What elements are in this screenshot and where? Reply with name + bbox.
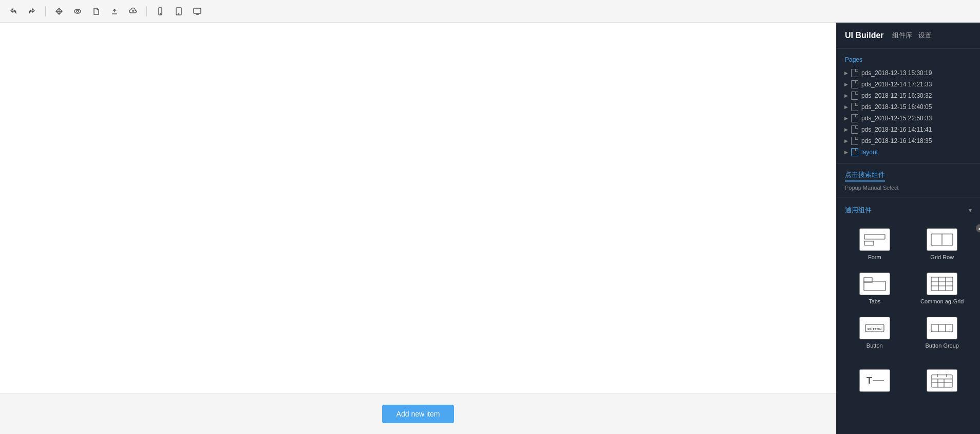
move-icon[interactable] (52, 4, 66, 19)
search-section: 点击搜索组件 Popup Manual Select (837, 164, 980, 197)
components-section: 通用组件 ▾ Form (837, 197, 980, 410)
page-name-5: pds_2018-12-16 14:11:41 (861, 126, 932, 133)
chevron-icon-0: ▶ (843, 70, 849, 76)
ag-grid-label: Common ag-Grid (920, 298, 964, 304)
svg-point-3 (160, 13, 161, 14)
add-new-item-button[interactable]: Add new item (382, 405, 455, 423)
component-text-field[interactable]: T (841, 363, 909, 401)
page-item-5[interactable]: ▶ pds_2018-12-16 14:11:41 (837, 124, 980, 135)
svg-rect-7 (864, 234, 885, 239)
pages-label: Pages (837, 54, 980, 67)
page-name-layout: layout (861, 149, 878, 156)
cloud-upload-icon[interactable] (126, 4, 140, 19)
search-components-label[interactable]: 点击搜索组件 (845, 170, 885, 182)
page-name-6: pds_2018-12-16 14:18:35 (861, 137, 932, 144)
page-name-0: pds_2018-12-13 15:30:19 (861, 69, 932, 77)
page-item-4[interactable]: ▶ pds_2018-12-15 22:58:33 (837, 113, 980, 124)
upload-icon[interactable] (107, 4, 122, 19)
component-grid-row[interactable]: Grid Row (909, 222, 976, 266)
component-button[interactable]: BUTTON Button (841, 311, 909, 355)
grid-row-icon (927, 228, 957, 251)
mobile-icon[interactable] (153, 4, 167, 19)
calendar-icon (927, 369, 957, 392)
svg-rect-6 (194, 8, 201, 13)
chevron-down-icon: ▾ (969, 207, 972, 214)
page-file-icon-1 (851, 80, 858, 88)
page-name-2: pds_2018-12-15 16:30:32 (861, 92, 932, 99)
form-icon (859, 228, 890, 251)
component-form[interactable]: Form (841, 222, 909, 266)
svg-text:T: T (866, 375, 872, 386)
chevron-icon-layout: ▶ (843, 149, 849, 155)
tabs-label: Tabs (869, 298, 880, 304)
canvas-footer: Add new item (0, 393, 836, 434)
svg-rect-12 (864, 278, 872, 282)
page-file-icon-5 (851, 125, 858, 134)
page-file-icon-3 (851, 103, 858, 111)
tab-settings[interactable]: 设置 (918, 29, 932, 42)
search-hint: Popup Manual Select (845, 185, 972, 191)
page-file-icon-4 (851, 114, 858, 122)
tabs-icon (859, 273, 890, 295)
chevron-icon-3: ▶ (843, 104, 849, 110)
ag-grid-icon (927, 273, 957, 295)
right-panel: UI Builder 组件库 设置 Pages ▶ pds_2018-12-13… (836, 23, 980, 434)
page-item-layout[interactable]: ▶ layout (837, 147, 980, 158)
panel-title: UI Builder (845, 31, 884, 40)
page-file-icon-layout (851, 148, 858, 156)
button-label: Button (866, 342, 883, 349)
svg-point-0 (74, 9, 81, 13)
toolbar-divider-2 (146, 6, 147, 16)
component-button-group[interactable]: Button Group (909, 311, 976, 355)
svg-text:BUTTON: BUTTON (868, 328, 882, 331)
text-field-icon: T (859, 369, 890, 392)
component-tabs[interactable]: Tabs (841, 266, 909, 311)
svg-rect-8 (864, 241, 874, 245)
svg-rect-13 (931, 277, 953, 291)
page-file-icon-2 (851, 92, 858, 100)
svg-rect-20 (931, 324, 953, 332)
page-item-3[interactable]: ▶ pds_2018-12-15 16:40:05 (837, 101, 980, 113)
tablet-icon[interactable] (172, 4, 186, 19)
button-group-label: Button Group (926, 342, 959, 349)
file-icon[interactable] (89, 4, 103, 19)
page-file-icon-6 (851, 137, 858, 145)
page-item-2[interactable]: ▶ pds_2018-12-15 16:30:32 (837, 90, 980, 101)
components-section-title: 通用组件 (845, 206, 872, 215)
chevron-icon-4: ▶ (843, 115, 849, 121)
component-grid-bottom: T (837, 359, 980, 405)
tab-components[interactable]: 组件库 (892, 29, 912, 42)
svg-point-5 (179, 13, 179, 14)
desktop-icon[interactable] (190, 4, 204, 19)
svg-point-1 (77, 10, 79, 12)
canvas-area: Add new item (0, 23, 836, 434)
page-name-4: pds_2018-12-15 22:58:33 (861, 115, 932, 122)
chevron-icon-1: ▶ (843, 81, 849, 87)
chevron-icon-5: ▶ (843, 126, 849, 133)
form-label: Form (868, 254, 881, 260)
grid-row-label: Grid Row (930, 254, 954, 260)
undo-button[interactable] (6, 4, 21, 19)
page-item-1[interactable]: ▶ pds_2018-12-14 17:21:33 (837, 79, 980, 90)
svg-rect-11 (864, 281, 885, 291)
page-file-icon-0 (851, 69, 858, 77)
component-ag-grid[interactable]: Common ag-Grid (909, 266, 976, 311)
main-area: Add new item UI Builder 组件库 设置 Pages ▶ p… (0, 23, 980, 434)
page-item-0[interactable]: ▶ pds_2018-12-13 15:30:19 (837, 67, 980, 79)
page-item-6[interactable]: ▶ pds_2018-12-16 14:18:35 (837, 135, 980, 147)
chevron-icon-2: ▶ (843, 93, 849, 99)
chevron-icon-6: ▶ (843, 138, 849, 144)
page-name-3: pds_2018-12-15 16:40:05 (861, 103, 932, 111)
panel-header: UI Builder 组件库 设置 (837, 23, 980, 49)
button-icon: BUTTON (859, 317, 890, 339)
component-calendar[interactable] (909, 363, 976, 401)
canvas-content (0, 23, 836, 393)
components-header[interactable]: 通用组件 ▾ (837, 203, 980, 218)
pages-section: Pages ▶ pds_2018-12-13 15:30:19 ▶ pds_20… (837, 49, 980, 164)
component-grid: Form Grid Row (837, 218, 980, 359)
redo-button[interactable] (25, 4, 39, 19)
toolbar (0, 0, 980, 23)
eye-icon[interactable] (70, 4, 85, 19)
page-name-1: pds_2018-12-14 17:21:33 (861, 81, 932, 88)
button-group-icon (927, 317, 957, 339)
